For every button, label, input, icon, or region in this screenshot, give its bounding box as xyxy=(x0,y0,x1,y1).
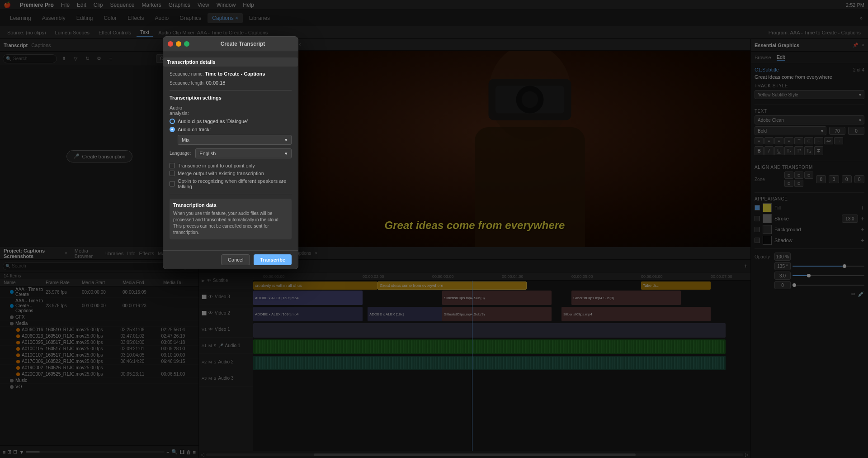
modal-divider-1 xyxy=(170,90,292,91)
modal-radio-row-1: Audio clips tagged as 'Dialogue' xyxy=(170,119,292,124)
modal-checkbox-3-label: Opt-in to recognizing when different spe… xyxy=(178,178,292,189)
modal-data-section: Transcription data When you use this fea… xyxy=(170,199,292,239)
modal-close-button[interactable] xyxy=(168,41,173,47)
modal-language-chevron-icon: ▾ xyxy=(285,151,288,157)
modal-language-dropdown[interactable]: English ▾ xyxy=(195,148,292,158)
modal-zoom-button[interactable] xyxy=(184,41,189,47)
modal-minimize-button[interactable] xyxy=(176,41,181,47)
modal-sequence-length-label: Sequence length: xyxy=(170,81,206,86)
modal-radio-dialogue[interactable] xyxy=(170,119,175,124)
modal-track-value: Mix xyxy=(182,137,189,143)
modal-language-label: Language: xyxy=(170,151,191,156)
modal-data-text: When you use this feature, your audio fi… xyxy=(173,210,288,236)
modal-audio-label: Audio analysis: xyxy=(170,105,197,116)
modal-track-dropdown[interactable]: Mix ▾ xyxy=(178,135,292,145)
modal-sequence-length-field: Sequence length: 00:00:18 xyxy=(170,80,292,86)
modal-checkbox-1-label: Transcribe in point to out point only xyxy=(178,163,255,168)
modal-checkbox-row-3: Opt-in to recognizing when different spe… xyxy=(170,178,292,189)
modal-settings-section: Transcription settings xyxy=(170,95,292,100)
cancel-button[interactable]: Cancel xyxy=(221,254,250,265)
modal-body: Transcription details Sequence name: Tim… xyxy=(163,51,298,250)
modal-title: Create Transcript xyxy=(192,41,293,47)
transcribe-button[interactable]: Transcribe xyxy=(254,254,292,265)
modal-sequence-name-value: Time to Create - Captions xyxy=(205,71,265,76)
modal-checkbox-row-1: Transcribe in point to out point only xyxy=(170,163,292,168)
modal-radio-row-2: Audio on track: xyxy=(170,127,292,132)
modal-option2-label: Audio on track: xyxy=(178,127,211,132)
modal-checkbox-row-2: Merge output with existing transcription xyxy=(170,171,292,176)
modal-language-row: Language: English ▾ xyxy=(170,148,292,158)
modal-titlebar: Create Transcript xyxy=(163,37,298,51)
modal-overlay: Create Transcript Transcription details … xyxy=(0,0,868,458)
modal-footer: Cancel Transcribe xyxy=(163,250,298,269)
modal-data-title: Transcription data xyxy=(173,202,288,208)
modal-sequence-length-value: 00:00:18 xyxy=(206,80,226,86)
modal-divider-2 xyxy=(170,194,292,194)
modal-checkbox-3[interactable] xyxy=(170,181,175,186)
modal-radio-track[interactable] xyxy=(170,127,175,132)
modal-option1-label: Audio clips tagged as 'Dialogue' xyxy=(178,119,248,124)
modal-track-chevron-icon: ▾ xyxy=(285,137,288,143)
modal-checkbox-1[interactable] xyxy=(170,163,175,168)
create-transcript-modal: Create Transcript Transcription details … xyxy=(163,36,298,269)
modal-details-section: Transcription details xyxy=(163,57,298,67)
modal-sequence-name-field: Sequence name: Time to Create - Captions xyxy=(170,71,292,76)
modal-sequence-name-label: Sequence name: xyxy=(170,72,205,76)
modal-checkbox-2-label: Merge output with existing transcription xyxy=(178,171,264,176)
modal-checkbox-2[interactable] xyxy=(170,171,175,176)
modal-language-value: English xyxy=(199,151,216,156)
